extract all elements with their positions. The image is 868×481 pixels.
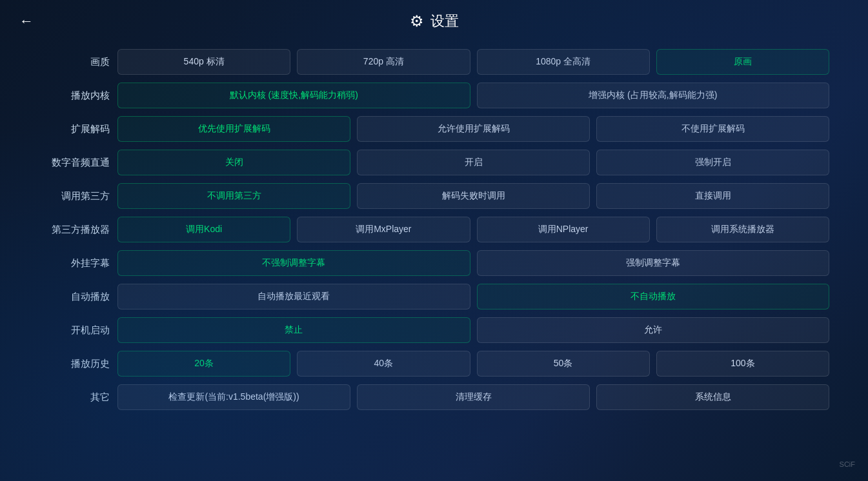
setting-row: 开机启动禁止允许 <box>39 317 829 343</box>
option-button[interactable]: 允许 <box>477 317 830 343</box>
option-button[interactable]: 自动播放最近观看 <box>117 284 470 309</box>
options-group: 自动播放最近观看不自动播放 <box>117 284 829 309</box>
option-button[interactable]: 不调用第三方 <box>117 183 350 209</box>
options-group: 不调用第三方解码失败时调用直接调用 <box>117 183 829 209</box>
setting-label: 开机启动 <box>39 324 110 337</box>
option-button[interactable]: 直接调用 <box>596 183 829 209</box>
options-group: 优先使用扩展解码允许使用扩展解码不使用扩展解码 <box>117 116 829 142</box>
option-button[interactable]: 40条 <box>297 351 470 377</box>
options-group: 不强制调整字幕强制调整字幕 <box>117 250 829 276</box>
option-button[interactable]: 强制调整字幕 <box>477 250 830 276</box>
option-button[interactable]: 调用NPlayer <box>477 217 650 242</box>
option-button[interactable]: 不自动播放 <box>477 284 830 309</box>
back-button[interactable]: ← <box>19 13 34 30</box>
watermark: SCiF <box>840 460 855 468</box>
option-button[interactable]: 540p 标清 <box>117 49 290 75</box>
options-group: 默认内核 (速度快,解码能力稍弱)增强内核 (占用较高,解码能力强) <box>117 83 829 108</box>
option-button[interactable]: 关闭 <box>117 150 350 175</box>
gear-icon: ⚙ <box>410 12 424 30</box>
settings-container: 画质540p 标清720p 高清1080p 全高清原画播放内核默认内核 (速度快… <box>0 43 868 423</box>
option-button[interactable]: 原画 <box>656 49 829 75</box>
header-title: ⚙ 设置 <box>410 12 459 31</box>
options-group: 调用Kodi调用MxPlayer调用NPlayer调用系统播放器 <box>117 217 829 242</box>
options-group: 检查更新(当前:v1.5beta(增强版))清理缓存系统信息 <box>117 384 829 410</box>
option-button[interactable]: 允许使用扩展解码 <box>357 116 590 142</box>
setting-label: 播放历史 <box>39 358 110 370</box>
setting-label: 其它 <box>39 391 110 404</box>
option-button[interactable]: 优先使用扩展解码 <box>117 116 350 142</box>
setting-label: 外挂字幕 <box>39 257 110 270</box>
setting-row: 播放历史20条40条50条100条 <box>39 351 829 377</box>
option-button[interactable]: 50条 <box>477 351 650 377</box>
option-button[interactable]: 720p 高清 <box>297 49 470 75</box>
setting-row: 画质540p 标清720p 高清1080p 全高清原画 <box>39 49 829 75</box>
option-button[interactable]: 增强内核 (占用较高,解码能力强) <box>477 83 830 108</box>
option-button[interactable]: 20条 <box>117 351 290 377</box>
setting-row: 扩展解码优先使用扩展解码允许使用扩展解码不使用扩展解码 <box>39 116 829 142</box>
setting-row: 数字音频直通关闭开启强制开启 <box>39 150 829 175</box>
setting-label: 扩展解码 <box>39 123 110 135</box>
setting-row: 外挂字幕不强制调整字幕强制调整字幕 <box>39 250 829 276</box>
setting-label: 第三方播放器 <box>39 224 110 236</box>
options-group: 540p 标清720p 高清1080p 全高清原画 <box>117 49 829 75</box>
option-button[interactable]: 系统信息 <box>596 384 829 410</box>
setting-label: 自动播放 <box>39 291 110 303</box>
option-button[interactable]: 开启 <box>357 150 590 175</box>
option-button[interactable]: 调用MxPlayer <box>297 217 470 242</box>
options-group: 关闭开启强制开启 <box>117 150 829 175</box>
header: ← ⚙ 设置 <box>0 0 868 43</box>
option-button[interactable]: 默认内核 (速度快,解码能力稍弱) <box>117 83 470 108</box>
setting-label: 播放内核 <box>39 90 110 102</box>
option-button[interactable]: 调用系统播放器 <box>656 217 829 242</box>
setting-row: 自动播放自动播放最近观看不自动播放 <box>39 284 829 309</box>
options-group: 20条40条50条100条 <box>117 351 829 377</box>
options-group: 禁止允许 <box>117 317 829 343</box>
page-title: 设置 <box>430 12 459 31</box>
setting-row: 其它检查更新(当前:v1.5beta(增强版))清理缓存系统信息 <box>39 384 829 410</box>
setting-row: 播放内核默认内核 (速度快,解码能力稍弱)增强内核 (占用较高,解码能力强) <box>39 83 829 108</box>
setting-label: 数字音频直通 <box>39 157 110 169</box>
option-button[interactable]: 100条 <box>656 351 829 377</box>
option-button[interactable]: 1080p 全高清 <box>477 49 650 75</box>
setting-label: 画质 <box>39 56 110 68</box>
option-button[interactable]: 调用Kodi <box>117 217 290 242</box>
option-button[interactable]: 不使用扩展解码 <box>596 116 829 142</box>
setting-label: 调用第三方 <box>39 190 110 202</box>
option-button[interactable]: 禁止 <box>117 317 470 343</box>
option-button[interactable]: 强制开启 <box>596 150 829 175</box>
option-button[interactable]: 不强制调整字幕 <box>117 250 470 276</box>
setting-row: 第三方播放器调用Kodi调用MxPlayer调用NPlayer调用系统播放器 <box>39 217 829 242</box>
setting-row: 调用第三方不调用第三方解码失败时调用直接调用 <box>39 183 829 209</box>
option-button[interactable]: 检查更新(当前:v1.5beta(增强版)) <box>117 384 350 410</box>
option-button[interactable]: 解码失败时调用 <box>357 183 590 209</box>
option-button[interactable]: 清理缓存 <box>357 384 590 410</box>
